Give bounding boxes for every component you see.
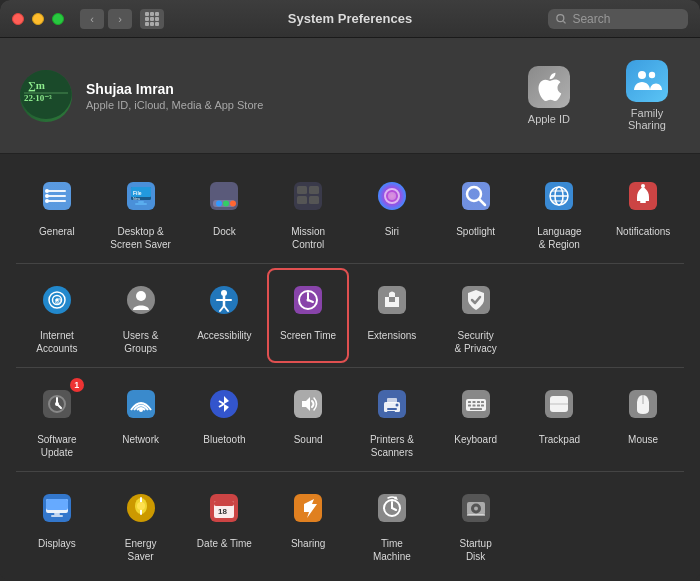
svg-rect-38 xyxy=(309,186,319,194)
svg-rect-3 xyxy=(145,17,149,21)
svg-point-43 xyxy=(388,192,396,200)
svg-rect-37 xyxy=(297,186,307,194)
svg-point-35 xyxy=(230,201,236,207)
spotlight-icon xyxy=(452,172,500,220)
dock-icon xyxy=(200,172,248,220)
back-button[interactable]: ‹ xyxy=(80,9,104,29)
svg-rect-6 xyxy=(145,22,149,26)
pref-row-3: SoftwareUpdate1 Network Bluetooth Sound … xyxy=(16,372,684,467)
divider-2 xyxy=(16,367,684,368)
timemachine-label: TimeMachine xyxy=(373,537,411,563)
svg-point-22 xyxy=(45,194,49,198)
preferences-content: General File New Desktop &Screen Saver D… xyxy=(0,154,700,581)
svg-rect-30 xyxy=(135,203,147,205)
pref-item-siri[interactable]: Siri xyxy=(351,164,433,259)
pref-row-4: Displays EnergySaver 18 Date & Time Shar… xyxy=(16,476,684,571)
keyboard-icon xyxy=(452,380,500,428)
user-info: Shujaa Imran Apple ID, iCloud, Media & A… xyxy=(86,81,263,111)
pref-item-notifications[interactable]: Notifications xyxy=(602,164,684,259)
desktop-icon: File New xyxy=(117,172,165,220)
pref-item-extensions[interactable]: Extensions xyxy=(351,268,433,363)
pref-item-software[interactable]: SoftwareUpdate1 xyxy=(16,372,98,467)
pref-item-dock[interactable]: Dock xyxy=(184,164,266,259)
pref-item-network[interactable]: Network xyxy=(100,372,182,467)
pref-item-mission[interactable]: MissionControl xyxy=(267,164,349,259)
users-icon xyxy=(117,276,165,324)
sound-icon xyxy=(284,380,332,428)
pref-item-general[interactable]: General xyxy=(16,164,98,259)
svg-point-131 xyxy=(474,507,478,511)
notifications-icon xyxy=(619,172,667,220)
energy-icon xyxy=(117,484,165,532)
notifications-label: Notifications xyxy=(616,225,670,238)
svg-line-10 xyxy=(563,21,565,23)
timemachine-icon xyxy=(368,484,416,532)
svg-rect-122 xyxy=(228,497,230,502)
pref-item-printers[interactable]: Printers &Scanners xyxy=(351,372,433,467)
avatar: ∑m 22·10⁻³ xyxy=(20,70,72,122)
svg-text:File: File xyxy=(133,190,142,196)
pref-item-trackpad[interactable]: Trackpad xyxy=(519,372,601,467)
sharing-icon xyxy=(284,484,332,532)
sharing-label: Sharing xyxy=(291,537,325,550)
svg-point-62 xyxy=(136,291,146,301)
divider-1 xyxy=(16,263,684,264)
grid-button[interactable] xyxy=(140,9,164,29)
software-label: SoftwareUpdate xyxy=(37,433,76,459)
pref-item-mouse[interactable]: Mouse xyxy=(602,372,684,467)
family-sharing-label: FamilySharing xyxy=(628,107,666,131)
svg-rect-101 xyxy=(481,405,484,407)
svg-rect-112 xyxy=(51,515,63,517)
pref-item-screentime[interactable]: Screen Time xyxy=(267,268,349,363)
traffic-lights xyxy=(12,13,64,25)
pref-item-sharing[interactable]: Sharing xyxy=(267,476,349,571)
family-sharing-icon xyxy=(626,60,668,102)
language-icon xyxy=(535,172,583,220)
trackpad-label: Trackpad xyxy=(539,433,580,446)
svg-point-55 xyxy=(641,184,645,188)
search-input[interactable] xyxy=(572,12,680,26)
svg-rect-87 xyxy=(384,402,400,412)
svg-point-21 xyxy=(45,189,49,193)
pref-item-datetime[interactable]: 18 Date & Time xyxy=(184,476,266,571)
pref-item-accessibility[interactable]: Accessibility xyxy=(184,268,266,363)
svg-rect-75 xyxy=(389,297,395,302)
pref-item-desktop[interactable]: File New Desktop &Screen Saver xyxy=(100,164,182,259)
pref-item-bluetooth[interactable]: Bluetooth xyxy=(184,372,266,467)
forward-button[interactable]: › xyxy=(108,9,132,29)
user-name: Shujaa Imran xyxy=(86,81,263,97)
family-sharing-button[interactable]: FamilySharing xyxy=(614,52,680,139)
svg-rect-54 xyxy=(640,201,646,203)
pref-item-users[interactable]: Users &Groups xyxy=(100,268,182,363)
mouse-icon xyxy=(619,380,667,428)
svg-rect-88 xyxy=(387,398,397,403)
pref-item-sound[interactable]: Sound xyxy=(267,372,349,467)
user-subtitle: Apple ID, iCloud, Media & App Store xyxy=(86,99,263,111)
svg-text:22·10⁻³: 22·10⁻³ xyxy=(24,93,52,103)
pref-item-startup[interactable]: StartupDisk xyxy=(435,476,517,571)
pref-item-keyboard[interactable]: Keyboard xyxy=(435,372,517,467)
pref-item-security[interactable]: Security& Privacy xyxy=(435,268,517,363)
svg-point-34 xyxy=(223,201,229,207)
close-button[interactable] xyxy=(12,13,24,25)
pref-item-spotlight[interactable]: Spotlight xyxy=(435,164,517,259)
pref-item-energy[interactable]: EnergySaver xyxy=(100,476,182,571)
pref-item-displays[interactable]: Displays xyxy=(16,476,98,571)
startup-label: StartupDisk xyxy=(460,537,492,563)
minimize-button[interactable] xyxy=(32,13,44,25)
svg-point-79 xyxy=(55,402,59,406)
nav-buttons: ‹ › xyxy=(80,9,164,29)
pref-item-timemachine[interactable]: TimeMachine xyxy=(351,476,433,571)
keyboard-label: Keyboard xyxy=(454,433,497,446)
trackpad-icon xyxy=(535,380,583,428)
apple-id-button[interactable]: Apple ID xyxy=(516,58,582,133)
pref-item-internet[interactable]: @ InternetAccounts xyxy=(16,268,98,363)
svg-point-23 xyxy=(45,199,49,203)
sound-label: Sound xyxy=(294,433,323,446)
pref-item-language[interactable]: Language& Region xyxy=(519,164,601,259)
svg-text:18: 18 xyxy=(218,507,227,516)
general-label: General xyxy=(39,225,75,238)
maximize-button[interactable] xyxy=(52,13,64,25)
search-box[interactable] xyxy=(548,9,688,29)
svg-text:@: @ xyxy=(54,297,61,304)
